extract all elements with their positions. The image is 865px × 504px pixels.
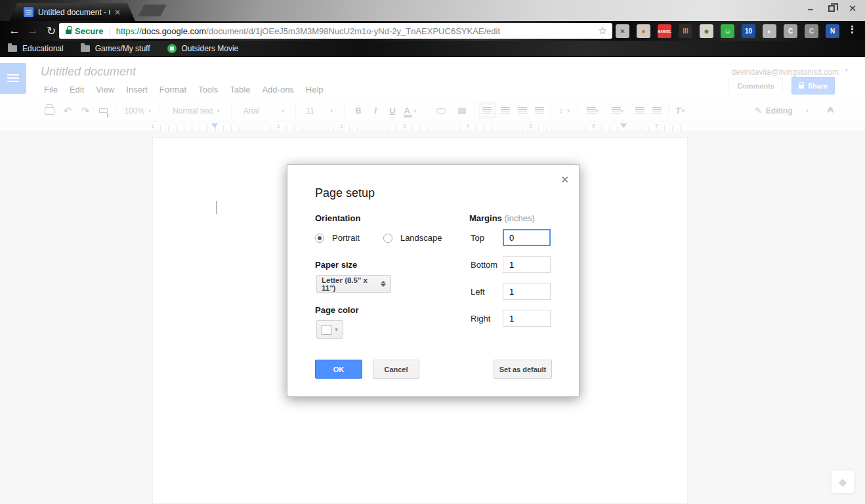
docs-favicon-icon	[24, 7, 33, 17]
address-bar[interactable]: Secure | https://docs.google.com/documen…	[59, 23, 612, 39]
margin-bottom-label: Bottom	[471, 260, 497, 270]
bookmark-folder-educational[interactable]: Educational	[8, 44, 64, 53]
page-setup-dialog: Page setup ✕ Orientation Portrait Landsc…	[287, 164, 580, 397]
paper-size-value: Letter (8.5" x 11")	[322, 276, 377, 292]
browser-tab[interactable]: Untitled document - Goo ✕	[9, 3, 135, 21]
bookmark-folder-games[interactable]: Games/My stuff	[81, 44, 150, 53]
dialog-close-icon[interactable]: ✕	[560, 174, 569, 186]
url-scheme: https://	[116, 26, 142, 36]
forward-button[interactable]: →	[24, 24, 42, 37]
landscape-radio[interactable]	[383, 234, 392, 243]
margin-bottom-input[interactable]	[503, 256, 551, 273]
bookmark-label: Outsiders Movie	[182, 44, 239, 53]
margin-top-label: Top	[471, 233, 484, 243]
tab-strip: Untitled document - Goo ✕ – ✕	[0, 0, 865, 21]
site-favicon-icon	[167, 44, 177, 53]
window-restore-button[interactable]	[828, 5, 835, 12]
page-color-label: Page color	[315, 305, 358, 315]
bookmark-label: Educational	[22, 44, 64, 53]
portrait-extension-icon[interactable]: ☻	[700, 24, 713, 38]
spinner-arrows-icon	[381, 281, 386, 287]
tools-x-extension-icon[interactable]: ✕	[616, 24, 629, 38]
mascot-extension-icon[interactable]: ●	[637, 24, 650, 38]
folder-icon	[8, 45, 17, 52]
bookmark-star-icon[interactable]: ☆	[599, 25, 607, 37]
color-swatch	[322, 325, 331, 335]
ok-button[interactable]: OK	[315, 360, 362, 379]
window-minimize-button[interactable]: –	[805, 3, 816, 14]
url-path: /document/d/1jOEeJ5m3M3M98NucU2m1o-yNd-2…	[206, 26, 595, 36]
tab-close-icon[interactable]: ✕	[114, 8, 121, 17]
margin-left-label: Left	[471, 287, 485, 297]
n-blue-extension-icon[interactable]: N	[826, 24, 839, 38]
margin-right-input[interactable]	[503, 310, 551, 327]
tab-title: Untitled document - Goo	[38, 8, 110, 17]
landscape-label[interactable]: Landscape	[400, 233, 442, 243]
video-extension-icon[interactable]: ▸	[763, 24, 776, 38]
bookmark-outsiders-movie[interactable]: Outsiders Movie	[167, 44, 239, 53]
browser-navbar: ← → ↻ Secure | https://docs.google.com/d…	[0, 21, 865, 41]
bookmark-label: Games/My stuff	[95, 44, 150, 53]
margins-unit-note: (inches)	[504, 213, 534, 223]
c-dark-extension-icon[interactable]: C	[805, 24, 818, 38]
margin-right-label: Right	[471, 314, 490, 324]
portrait-radio[interactable]	[315, 234, 324, 243]
reload-button[interactable]: ↻	[42, 24, 60, 38]
orientation-label: Orientation	[315, 213, 360, 223]
margins-label: Margins (inches)	[469, 213, 535, 223]
url-host: docs.google.com	[142, 26, 206, 36]
bookmarks-bar: Educational Games/My stuff Outsiders Mov…	[0, 41, 865, 57]
paper-size-select[interactable]: Letter (8.5" x 11")	[316, 275, 391, 293]
cancel-button[interactable]: Cancel	[373, 360, 419, 379]
portrait-label[interactable]: Portrait	[332, 233, 360, 243]
dialog-title: Page setup	[315, 186, 375, 200]
secure-label: Secure	[75, 26, 103, 36]
black-ops-3-extension-icon[interactable]: III	[679, 24, 692, 38]
marvel-extension-icon[interactable]: MARVEL	[658, 24, 671, 38]
margin-top-input[interactable]	[503, 229, 551, 246]
folder-icon	[81, 45, 90, 52]
secure-lock-icon	[66, 30, 72, 34]
extension-row: ✕ ● MARVEL III ☻ ☺ 10 ▸ C C N	[616, 24, 839, 38]
browser-menu-icon[interactable]: ⋮	[847, 24, 857, 35]
back-button[interactable]: ←	[5, 24, 24, 37]
set-as-default-button[interactable]: Set as default	[494, 360, 552, 379]
omnibox-divider: |	[108, 26, 110, 36]
chevron-down-icon: ▾	[335, 326, 338, 333]
c-light-extension-icon[interactable]: C	[784, 24, 797, 38]
ten-extension-icon[interactable]: 10	[742, 24, 755, 38]
page-color-select[interactable]: ▾	[316, 320, 343, 339]
paper-size-label: Paper size	[315, 260, 357, 270]
new-tab-button[interactable]	[138, 5, 167, 16]
margin-left-input[interactable]	[503, 283, 551, 300]
window-close-button[interactable]: ✕	[847, 3, 858, 14]
bitmoji-extension-icon[interactable]: ☺	[721, 24, 734, 38]
